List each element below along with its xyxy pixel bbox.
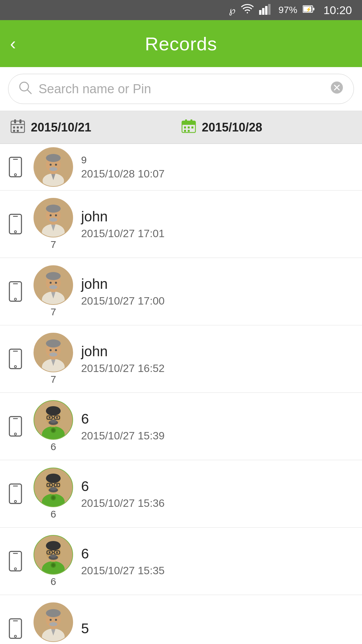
search-input[interactable] [39,82,323,96]
svg-point-42 [55,164,57,166]
partial-info: 9 2015/10/28 10:07 [81,154,354,180]
avatar [34,468,73,507]
svg-point-40 [46,154,61,162]
smartphone-icon [7,157,23,177]
svg-point-55 [49,218,57,222]
svg-rect-18 [17,126,19,128]
svg-point-103 [52,496,55,499]
record-name: 5 [81,621,354,637]
search-bar [8,74,354,104]
svg-rect-1 [262,8,264,15]
list-item[interactable]: 5 5 [0,595,362,644]
svg-point-130 [50,554,57,558]
status-icons: ℘ 97% [229,3,352,17]
record-name: 6 [81,546,354,562]
svg-point-140 [50,619,52,621]
svg-point-78 [55,349,57,351]
svg-rect-3 [268,4,270,15]
svg-point-110 [49,484,51,486]
device-icon-wrap [5,214,25,234]
svg-rect-15 [14,119,16,123]
end-date-text: 2015/10/28 [202,120,262,135]
svg-point-79 [49,353,57,357]
list-item[interactable]: 6 6 2015/10/27 15:36 [0,460,362,528]
svg-point-96 [50,420,57,423]
svg-point-46 [14,231,16,233]
svg-rect-2 [265,6,267,15]
record-datetime: 2015/10/27 17:01 [81,227,354,240]
partial-number: 9 [81,154,354,166]
device-icon-wrap [5,348,25,369]
list-item[interactable]: 6 6 2015/10/27 15:35 [0,528,362,595]
list-item[interactable]: 7 john 2015/10/27 17:01 [0,191,362,258]
avatar-number: 6 [51,441,56,452]
record-datetime: 2015/10/27 15:39 [81,430,354,442]
list-item[interactable]: 7 john 2015/10/27 17:00 [0,258,362,325]
record-name: john [81,343,354,360]
avatar-wrap-6: 5 [32,602,75,644]
wifi-icon [241,4,254,16]
svg-point-142 [49,622,57,626]
partial-datetime: 2015/10/28 10:07 [81,168,354,180]
start-calendar-icon [10,118,25,136]
svg-point-77 [50,349,52,351]
record-info: 5 [81,621,354,637]
avatar [34,535,73,575]
record-name: john [81,276,354,292]
battery-icon: ⚡ [303,5,315,16]
device-icon-wrap [5,157,25,177]
svg-point-113 [50,487,57,490]
record-datetime: 2015/10/27 17:00 [81,295,354,307]
start-date-filter[interactable]: 2015/10/21 [10,118,181,136]
avatar-wrap-4: 6 [32,468,75,520]
bluetooth-icon: ℘ [229,5,236,16]
battery-percentage: 97% [279,5,297,15]
svg-point-65 [50,282,52,284]
device-icon-wrap [5,551,25,572]
svg-rect-29 [191,126,193,128]
svg-point-66 [55,282,57,284]
avatar [34,333,73,372]
record-datetime: 2015/10/27 15:36 [81,497,354,509]
avatar-wrap-2: 7 [32,333,75,385]
device-icon-wrap [5,416,25,437]
svg-rect-0 [259,10,261,15]
svg-rect-16 [19,119,21,123]
svg-rect-6 [313,8,314,10]
svg-rect-27 [184,126,186,128]
clear-icon[interactable] [330,81,344,97]
avatar-wrap-1: 7 [32,265,75,318]
svg-point-133 [14,635,16,637]
svg-rect-30 [184,130,186,132]
list-item[interactable]: 6 6 2015/10/27 15:39 [0,393,362,460]
svg-line-9 [27,90,31,94]
svg-point-67 [49,285,57,289]
start-date-text: 2015/10/21 [31,120,91,135]
avatar-wrap-3: 6 [32,400,75,452]
avatar-number: 6 [51,576,56,587]
list-item-partial[interactable]: 9 2015/10/28 10:07 [0,144,362,191]
svg-point-34 [14,174,16,176]
record-info: 6 2015/10/27 15:35 [81,546,354,577]
avatar-wrap-0: 7 [32,198,75,250]
back-button[interactable]: ‹ [10,35,16,52]
record-info: 6 2015/10/27 15:39 [81,411,354,442]
svg-point-86 [52,429,55,432]
avatar-number: 6 [51,508,56,520]
svg-text:⚡: ⚡ [306,7,312,12]
svg-rect-20 [13,130,15,132]
record-name: john [81,209,354,225]
end-date-filter[interactable]: 2015/10/28 [181,118,352,136]
record-name: 6 [81,478,354,494]
svg-rect-25 [185,119,187,123]
avatar-partial [34,147,73,187]
svg-point-139 [46,609,61,617]
svg-rect-17 [13,126,15,128]
avatar [34,602,73,642]
svg-point-43 [49,167,57,171]
records-container: 7 john 2015/10/27 17:01 7 john [0,191,362,644]
record-datetime: 2015/10/27 15:35 [81,565,354,577]
svg-point-53 [50,214,52,216]
list-item[interactable]: 7 john 2015/10/27 16:52 [0,325,362,393]
device-icon-wrap [5,281,25,302]
